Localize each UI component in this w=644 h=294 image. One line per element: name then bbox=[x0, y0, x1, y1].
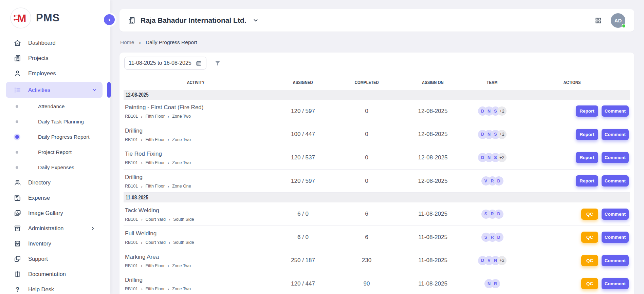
assigned-value: 100 / 447 bbox=[268, 131, 338, 138]
team-member-avatar[interactable]: D bbox=[494, 210, 503, 219]
comment-button[interactable]: Comment bbox=[602, 255, 629, 266]
team-member-avatar[interactable]: D bbox=[494, 233, 503, 242]
report-button[interactable]: Report bbox=[576, 129, 598, 140]
path-segment: RB101 bbox=[125, 114, 138, 119]
sidebar-item-projects[interactable]: Projects bbox=[0, 51, 110, 66]
report-button[interactable]: Report bbox=[576, 105, 598, 117]
chevron-right-icon bbox=[90, 226, 95, 231]
team-avatars: SRD bbox=[470, 233, 514, 242]
qc-button[interactable]: QC bbox=[581, 278, 598, 289]
apps-grid-icon[interactable] bbox=[595, 17, 602, 24]
comment-button[interactable]: Comment bbox=[602, 175, 629, 187]
chevron-right-icon: › bbox=[139, 40, 141, 45]
table-body: 12-08-2025Painting - First Coat (Fire Re… bbox=[124, 90, 630, 294]
progress-report-table: ACTIVITYASSIGNEDCOMPLETEDASSIGN ONTEAMAC… bbox=[124, 75, 630, 294]
sidebar-item-label: Projects bbox=[28, 55, 49, 61]
table-row: DrillingRB101›Fifth Floor›Zone Two120 / … bbox=[124, 272, 630, 294]
activity-name: Full Welding bbox=[125, 230, 268, 237]
path-segment: Fifth Floor bbox=[146, 287, 165, 291]
team-member-avatar[interactable]: D bbox=[494, 176, 503, 185]
table-row: DrillingRB101›Fifth Floor›Zone Two100 / … bbox=[124, 123, 630, 146]
comment-button[interactable]: Comment bbox=[602, 152, 629, 163]
path-segment: Fifth Floor bbox=[146, 137, 165, 142]
comment-button[interactable]: Comment bbox=[602, 278, 629, 289]
sidebar-item-image-gallary[interactable]: Image Gallary bbox=[0, 205, 110, 221]
activity-name: Drilling bbox=[125, 174, 268, 181]
team-more-badge[interactable]: +2 bbox=[497, 153, 507, 162]
comment-button[interactable]: Comment bbox=[602, 129, 629, 140]
user-avatar[interactable]: AD bbox=[611, 13, 625, 28]
path-segment: Zone Two bbox=[172, 263, 191, 268]
activity-path: RB101›Court Yard›South Side bbox=[125, 217, 268, 222]
report-button[interactable]: Report bbox=[576, 152, 598, 163]
sidebar-subitem-label: Daily Expenses bbox=[38, 164, 74, 171]
comment-button[interactable]: Comment bbox=[602, 105, 629, 117]
actions-cell: QCComment bbox=[514, 209, 630, 220]
qc-button[interactable]: QC bbox=[581, 255, 598, 266]
team-more-badge[interactable]: +2 bbox=[497, 130, 507, 139]
assign-on-value: 11-08-2025 bbox=[395, 234, 470, 241]
sidebar-subitem-daily-expenses[interactable]: Daily Expenses bbox=[0, 160, 110, 175]
table-row: Full WeldingRB101›Court Yard›South Side6… bbox=[124, 226, 630, 249]
sidebar-item-directory[interactable]: Directory bbox=[0, 175, 110, 190]
building-icon bbox=[128, 16, 136, 24]
report-button[interactable]: Report bbox=[576, 175, 598, 187]
actions-cell: QCComment bbox=[514, 278, 630, 289]
sidebar-subitem-daily-task-planning[interactable]: Daily Task Planning bbox=[0, 114, 110, 129]
activity-name: Tack Welding bbox=[125, 207, 268, 214]
breadcrumb-current: Daily Progress Report bbox=[146, 39, 197, 45]
breadcrumb-home-link[interactable]: Home bbox=[120, 39, 134, 45]
comment-button[interactable]: Comment bbox=[602, 232, 629, 243]
path-segment: RB101 bbox=[125, 217, 138, 222]
activity-name: Drilling bbox=[125, 128, 268, 134]
activity-cell: Full WeldingRB101›Court Yard›South Side bbox=[124, 230, 268, 245]
company-selector[interactable]: Raja Bahadur International Ltd. bbox=[128, 16, 259, 24]
sidebar-subitem-daily-progress-report[interactable]: Daily Progress Report bbox=[0, 129, 110, 144]
activity-name: Painting - First Coat (Fire Red) bbox=[125, 104, 268, 111]
sidebar-item-employees[interactable]: Employees bbox=[0, 66, 110, 81]
team-member-avatar[interactable]: R bbox=[491, 279, 500, 288]
filter-funnel-icon[interactable] bbox=[214, 59, 221, 67]
sidebar-item-inventory[interactable]: Inventory bbox=[0, 236, 110, 251]
assign-on-value: 12-08-2025 bbox=[395, 108, 470, 115]
sidebar-item-help-desk[interactable]: ?Help Desk bbox=[0, 282, 110, 294]
chevron-right-icon: › bbox=[141, 184, 142, 189]
sidebar-collapse-button[interactable] bbox=[104, 14, 115, 25]
comment-button[interactable]: Comment bbox=[602, 209, 629, 220]
chevron-right-icon: › bbox=[169, 217, 170, 221]
team-more-badge[interactable]: +2 bbox=[497, 256, 507, 265]
sidebar-subitem-attendance[interactable]: Attendance bbox=[0, 99, 110, 114]
report-card: 11-08-2025 to 16-08-2025 ACTIVITYASSIGNE… bbox=[119, 53, 634, 294]
filter-bar: 11-08-2025 to 16-08-2025 bbox=[119, 57, 634, 70]
sidebar-item-expense[interactable]: Expense bbox=[0, 190, 110, 205]
path-segment: Fifth Floor bbox=[146, 114, 165, 119]
list-icon bbox=[14, 86, 21, 94]
chevron-left-icon bbox=[107, 17, 112, 22]
table-row: DrillingRB101›Fifth Floor›Zone One120 / … bbox=[124, 170, 630, 193]
chevron-right-icon: › bbox=[168, 137, 169, 142]
completed-value: 0 bbox=[338, 154, 395, 161]
sidebar-item-dashboard[interactable]: Dashboard bbox=[0, 35, 110, 51]
chevron-right-icon: › bbox=[168, 184, 169, 189]
sidebar-subitem-project-report[interactable]: Project Report bbox=[0, 144, 110, 160]
qc-button[interactable]: QC bbox=[581, 209, 598, 220]
sidebar-item-documentation[interactable]: Documentation bbox=[0, 267, 110, 282]
path-segment: RB101 bbox=[125, 263, 138, 268]
book-icon bbox=[14, 270, 21, 278]
path-segment: RB101 bbox=[125, 240, 138, 245]
qc-button[interactable]: QC bbox=[581, 232, 598, 243]
sidebar-item-activities[interactable]: Activities bbox=[6, 82, 103, 98]
sidebar-item-administration[interactable]: Administration bbox=[0, 221, 110, 236]
sidebar-item-support[interactable]: Support bbox=[0, 251, 110, 267]
top-bar: Raja Bahadur International Ltd. AD bbox=[119, 9, 634, 32]
path-segment: Court Yard bbox=[146, 240, 166, 245]
activity-cell: DrillingRB101›Fifth Floor›Zone One bbox=[124, 173, 268, 189]
sidebar-item-label: Employees bbox=[28, 70, 56, 77]
date-range-value: 11-08-2025 to 16-08-2025 bbox=[129, 60, 191, 66]
team-more-badge[interactable]: +2 bbox=[497, 106, 507, 116]
building-icon bbox=[14, 54, 21, 62]
chevron-right-icon: › bbox=[141, 161, 142, 165]
receipt-icon bbox=[14, 194, 21, 202]
date-range-input[interactable]: 11-08-2025 to 16-08-2025 bbox=[124, 57, 206, 70]
column-header: ACTIONS bbox=[514, 79, 630, 85]
